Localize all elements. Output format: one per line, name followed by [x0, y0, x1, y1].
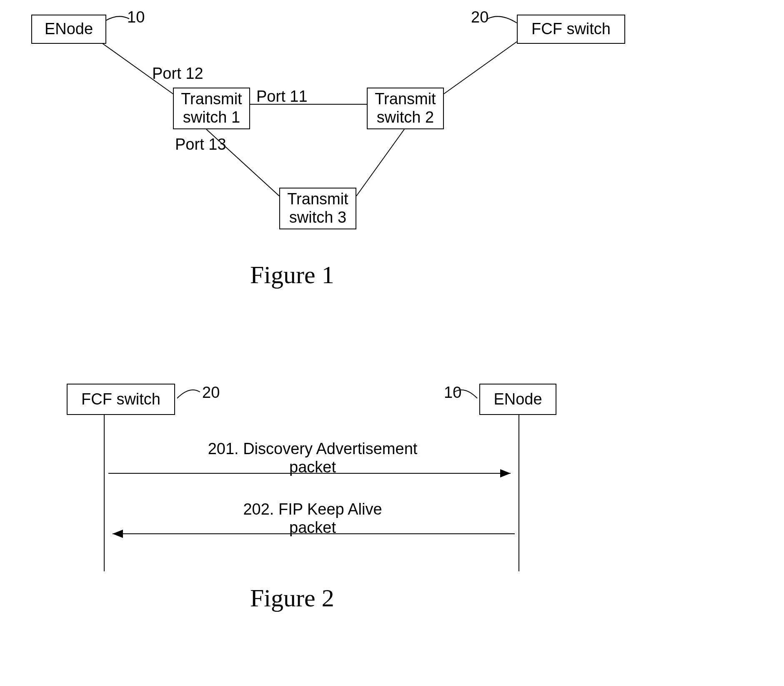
label-port12: Port 12	[152, 65, 203, 83]
node-ts1-label: Transmit switch 1	[181, 90, 242, 126]
figure1-lines	[0, 0, 784, 292]
seq-fcf-tag: 20	[202, 384, 220, 402]
node-ts2-label: Transmit switch 2	[375, 90, 436, 126]
svg-marker-8	[500, 469, 511, 477]
node-ts3-label: Transmit switch 3	[287, 190, 348, 226]
node-enode-label: ENode	[45, 20, 93, 38]
node-enode: ENode	[31, 15, 106, 44]
svg-line-2	[444, 42, 517, 94]
msg-202: 202. FIP Keep Alive packet	[188, 500, 438, 537]
svg-line-4	[356, 129, 404, 196]
node-ts1: Transmit switch 1	[173, 88, 250, 129]
label-port11: Port 11	[256, 88, 308, 106]
label-port13: Port 13	[175, 136, 226, 153]
figure1-caption: Figure 1	[250, 261, 334, 289]
svg-marker-10	[113, 530, 123, 538]
node-ts2: Transmit switch 2	[367, 88, 444, 129]
seq-enode-tag: 10	[444, 384, 461, 402]
msg-201: 201. Discovery Advertisement packet	[188, 440, 438, 476]
node-ts3: Transmit switch 3	[279, 188, 356, 229]
tag-enode: 10	[127, 8, 145, 26]
seq-fcf-label: FCF switch	[81, 390, 160, 409]
seq-enode-label: ENode	[493, 390, 542, 409]
node-fcf: FCF switch	[517, 15, 625, 44]
seq-fcf-box: FCF switch	[67, 384, 175, 415]
tag-fcf: 20	[471, 8, 488, 26]
seq-enode-box: ENode	[479, 384, 556, 415]
node-fcf-label: FCF switch	[531, 20, 611, 38]
figure2-caption: Figure 2	[250, 584, 334, 613]
